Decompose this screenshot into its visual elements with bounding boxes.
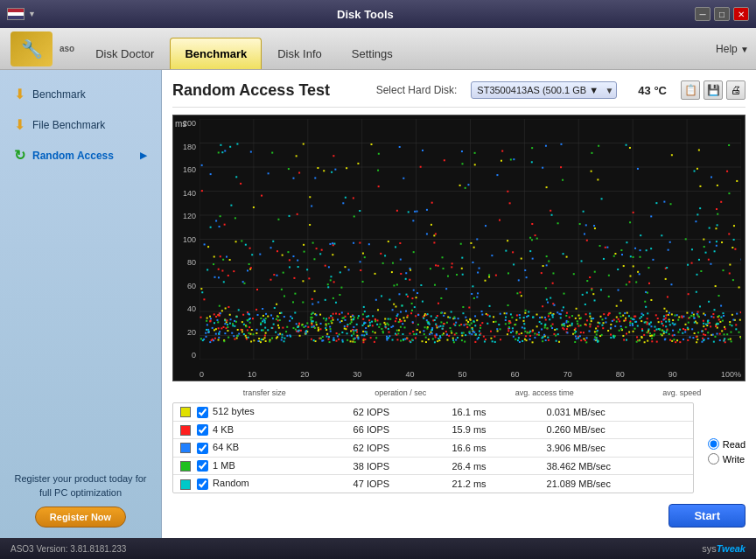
logo-image: 🔧 bbox=[10, 31, 52, 66]
section-label-avg-access-time: avg. access time bbox=[515, 388, 574, 397]
copy-icon-button[interactable]: 📋 bbox=[681, 80, 700, 100]
row-color-label: 1 MB bbox=[173, 457, 346, 475]
minimize-button[interactable]: ─ bbox=[695, 7, 710, 21]
help-menu[interactable]: Help ▼ bbox=[716, 43, 749, 55]
maximize-button[interactable]: □ bbox=[714, 7, 730, 21]
row-iops: 62 IOPS bbox=[346, 439, 445, 458]
benchmark-icon: ⬇ bbox=[14, 86, 25, 102]
content-panel: Random Access Test Select Hard Disk: ST3… bbox=[162, 70, 756, 538]
row-access-time: 15.9 ms bbox=[444, 421, 539, 439]
sidebar: ⬇ Benchmark ⬇ File Benchmark ↻ Random Ac… bbox=[0, 70, 162, 538]
row-access-time: 16.6 ms bbox=[444, 439, 539, 458]
row-speed: 21.089 MB/sec bbox=[540, 475, 693, 493]
menu-bar: 🔧 aso Disk Doctor Benchmark Disk Info Se… bbox=[0, 28, 756, 70]
aso-label: aso bbox=[60, 44, 74, 53]
table-row: 1 MB 38 IOPS 26.4 ms 38.462 MB/sec bbox=[173, 457, 693, 475]
y-label-120: 120 bbox=[183, 212, 196, 220]
row-color-label: Random bbox=[173, 475, 346, 493]
sidebar-item-benchmark[interactable]: ⬇ Benchmark bbox=[7, 80, 154, 108]
row-checkbox[interactable] bbox=[197, 460, 208, 472]
write-radio[interactable] bbox=[708, 453, 719, 465]
table-row: Random 47 IOPS 21.2 ms 21.089 MB/sec bbox=[173, 475, 693, 493]
start-btn-area: Start bbox=[172, 504, 746, 528]
sidebar-arrow-icon: ▶ bbox=[140, 150, 147, 160]
sidebar-item-label-benchmark: Benchmark bbox=[32, 88, 86, 101]
main-area: ⬇ Benchmark ⬇ File Benchmark ↻ Random Ac… bbox=[0, 70, 756, 538]
row-access-time: 26.4 ms bbox=[444, 457, 539, 475]
table-row: 512 bytes 62 IOPS 16.1 ms 0.031 MB/sec bbox=[173, 403, 693, 421]
row-iops: 62 IOPS bbox=[346, 403, 445, 421]
brand-sys: sys bbox=[702, 543, 717, 554]
table-row: 4 KB 66 IOPS 15.9 ms 0.260 MB/sec bbox=[173, 421, 693, 439]
y-label-20: 20 bbox=[187, 328, 196, 337]
row-access-time: 16.1 ms bbox=[444, 403, 539, 421]
y-label-60: 60 bbox=[187, 282, 196, 290]
chart-y-axis-label: ms bbox=[175, 119, 186, 129]
section-label-avg-speed: avg. speed bbox=[662, 388, 701, 397]
row-iops: 66 IOPS bbox=[346, 421, 445, 439]
read-radio[interactable] bbox=[708, 438, 719, 450]
y-label-160: 160 bbox=[183, 165, 196, 174]
app-title: Disk Tools bbox=[36, 8, 695, 21]
tab-settings[interactable]: Settings bbox=[338, 38, 407, 69]
read-label: Read bbox=[723, 439, 746, 450]
chart-inner bbox=[200, 119, 741, 360]
content-header: Random Access Test Select Hard Disk: ST3… bbox=[172, 80, 746, 108]
random-access-icon: ↻ bbox=[14, 147, 25, 164]
x-label-50: 50 bbox=[458, 370, 466, 379]
tab-disk-doctor[interactable]: Disk Doctor bbox=[81, 38, 168, 69]
row-checkbox[interactable] bbox=[197, 479, 208, 490]
page-title: Random Access Test bbox=[172, 81, 330, 100]
save-icon-button[interactable]: 💾 bbox=[704, 80, 723, 100]
tab-benchmark[interactable]: Benchmark bbox=[170, 38, 262, 69]
title-flag: ▼ bbox=[7, 8, 36, 20]
y-label-140: 140 bbox=[183, 189, 196, 198]
y-label-100: 100 bbox=[183, 235, 196, 244]
write-label: Write bbox=[723, 454, 745, 465]
window-controls: ─ □ ✕ bbox=[695, 7, 749, 21]
close-button[interactable]: ✕ bbox=[733, 7, 749, 21]
rw-section: Read Write bbox=[701, 402, 746, 500]
row-speed: 38.462 MB/sec bbox=[540, 457, 693, 475]
y-label-80: 80 bbox=[187, 258, 196, 267]
tab-disk-info[interactable]: Disk Info bbox=[263, 38, 336, 69]
select-hard-disk-label: Select Hard Disk: bbox=[376, 84, 458, 96]
read-write-group: Read Write bbox=[708, 438, 746, 465]
y-label-40: 40 bbox=[187, 304, 196, 313]
x-label-10: 10 bbox=[248, 370, 256, 379]
chart-container: 200 180 160 140 120 100 80 60 40 20 0 ms… bbox=[172, 115, 746, 381]
print-icon-button[interactable]: 🖨 bbox=[726, 80, 746, 100]
sidebar-item-random-access[interactable]: ↻ Random Access ▶ bbox=[7, 142, 154, 169]
x-label-0: 0 bbox=[200, 370, 204, 379]
row-iops: 38 IOPS bbox=[346, 457, 445, 475]
x-label-70: 70 bbox=[564, 370, 572, 379]
row-iops: 47 IOPS bbox=[346, 475, 445, 493]
start-button[interactable]: Start bbox=[668, 504, 746, 528]
row-speed: 0.260 MB/sec bbox=[540, 421, 693, 439]
content-area-inner: 512 bytes 62 IOPS 16.1 ms 0.031 MB/sec 4… bbox=[172, 402, 746, 500]
sidebar-item-label-file-benchmark: File Benchmark bbox=[32, 119, 105, 131]
y-label-180: 180 bbox=[183, 143, 196, 151]
sidebar-item-file-benchmark[interactable]: ⬇ File Benchmark bbox=[7, 111, 154, 138]
y-axis-labels: 200 180 160 140 120 100 80 60 40 20 0 bbox=[173, 119, 200, 360]
row-checkbox[interactable] bbox=[197, 443, 208, 454]
x-label-40: 40 bbox=[405, 370, 414, 379]
write-radio-label[interactable]: Write bbox=[708, 453, 746, 465]
app-logo: 🔧 bbox=[7, 30, 56, 68]
x-label-20: 20 bbox=[300, 370, 309, 379]
x-axis-labels: 0 10 20 30 40 50 60 70 80 90 100% bbox=[200, 370, 741, 379]
data-section: 512 bytes 62 IOPS 16.1 ms 0.031 MB/sec 4… bbox=[172, 402, 694, 500]
x-label-80: 80 bbox=[616, 370, 625, 379]
menu-tabs: Disk Doctor Benchmark Disk Info Settings bbox=[81, 28, 716, 69]
row-checkbox[interactable] bbox=[197, 424, 208, 436]
disk-select-wrapper: ST3500413AS (500.1 GB ▼ ▼ bbox=[471, 81, 617, 99]
y-label-0: 0 bbox=[192, 351, 196, 360]
row-checkbox[interactable] bbox=[197, 407, 208, 418]
row-access-time: 21.2 ms bbox=[444, 475, 539, 493]
x-label-30: 30 bbox=[353, 370, 361, 379]
register-button[interactable]: Register Now bbox=[35, 507, 126, 528]
read-radio-label[interactable]: Read bbox=[708, 438, 746, 450]
row-speed: 0.031 MB/sec bbox=[540, 403, 693, 421]
disk-select[interactable]: ST3500413AS (500.1 GB ▼ bbox=[471, 81, 617, 99]
header-icons: 📋 💾 🖨 bbox=[681, 80, 746, 100]
